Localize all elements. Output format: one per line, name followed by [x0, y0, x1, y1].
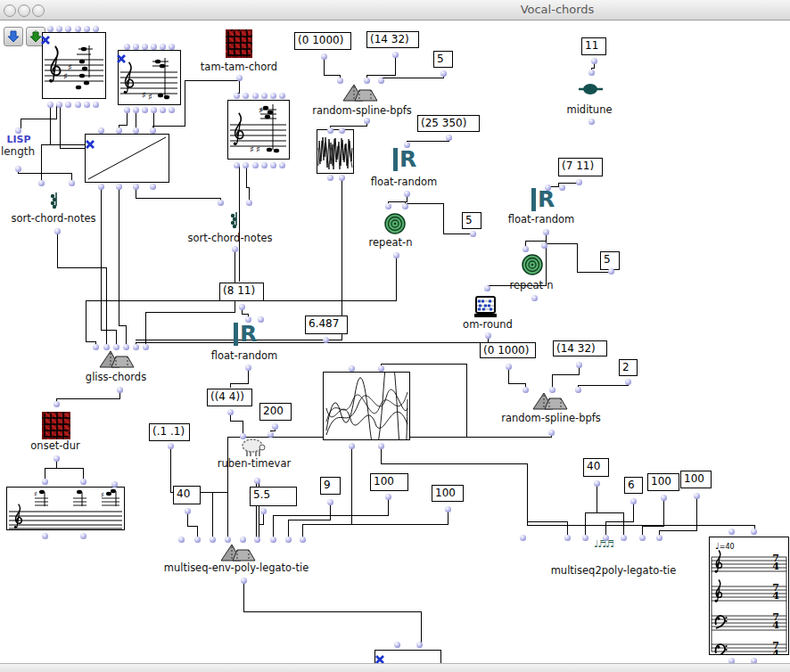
outlet-dot[interactable] — [239, 304, 245, 310]
inlet-dot[interactable] — [42, 479, 48, 485]
inlet-dot[interactable] — [75, 26, 81, 32]
inlet-dot[interactable] — [56, 26, 62, 32]
float-random-icon[interactable]: R — [234, 323, 257, 346]
outlet-dot[interactable] — [150, 184, 156, 190]
inlet-dot[interactable] — [194, 537, 201, 543]
inlet-dot[interactable] — [270, 537, 276, 543]
float-random-icon[interactable]: R — [531, 188, 555, 211]
outlet-dot[interactable] — [236, 75, 243, 81]
outlet-dot[interactable] — [327, 499, 333, 505]
value-box[interactable]: (25 350) — [417, 115, 480, 132]
inlet-dot[interactable] — [143, 344, 149, 350]
inlet-dot[interactable] — [252, 93, 259, 99]
chord-box-b[interactable]: ♯ ♯ — [118, 50, 181, 105]
inlet-dot[interactable] — [656, 535, 662, 541]
outlet-dot[interactable] — [160, 107, 166, 113]
random-spline-bpfs-icon[interactable] — [342, 82, 381, 106]
inlet-dot[interactable] — [84, 26, 90, 32]
outlet-dot[interactable] — [261, 162, 267, 168]
random-spline-bpfs-icon[interactable] — [531, 389, 572, 414]
inlet-dot[interactable] — [545, 184, 551, 191]
patch-cord[interactable] — [508, 367, 525, 388]
value-box[interactable]: (0 1000) — [480, 342, 536, 358]
outlet-dot[interactable] — [270, 162, 276, 168]
inlet-dot[interactable] — [549, 387, 555, 393]
outlet-dot[interactable] — [98, 184, 104, 190]
inlet-dot[interactable] — [234, 93, 240, 99]
inlet-dot[interactable] — [728, 529, 735, 535]
outlet-dot[interactable] — [241, 578, 247, 584]
outlet-dot[interactable] — [169, 107, 175, 113]
blue-x-icon[interactable] — [375, 651, 384, 660]
inlet-dot[interactable] — [116, 127, 122, 134]
outlet-dot[interactable] — [625, 379, 631, 385]
outlet-dot[interactable] — [694, 493, 700, 499]
inlet-dot[interactable] — [327, 127, 333, 134]
outlet-dot[interactable] — [404, 191, 410, 197]
inlet-dot[interactable] — [404, 142, 410, 148]
value-box[interactable]: ((4 4)) — [207, 389, 252, 406]
inlet-dot[interactable] — [38, 180, 45, 186]
outlet-dot[interactable] — [272, 423, 278, 430]
value-box[interactable]: 9 — [320, 477, 341, 495]
inlet-dot[interactable] — [394, 642, 400, 648]
inlet-dot[interactable] — [588, 70, 595, 76]
bpf-box-large[interactable] — [323, 372, 410, 440]
outlet-dot[interactable] — [543, 229, 549, 235]
inlet-dot[interactable] — [582, 535, 588, 541]
inlet-dot[interactable] — [178, 537, 185, 543]
inlet-dot[interactable] — [254, 537, 260, 543]
inlet-dot[interactable] — [285, 537, 292, 543]
patch-cord[interactable] — [578, 382, 628, 388]
blue-x-icon[interactable] — [86, 135, 95, 144]
outlet-dot[interactable] — [252, 162, 259, 168]
outlet-dot[interactable] — [594, 480, 600, 487]
inlet-dot[interactable] — [246, 200, 252, 206]
outlet-dot[interactable] — [470, 231, 476, 237]
patch-cord[interactable] — [187, 512, 197, 537]
value-box[interactable]: 6 — [624, 477, 643, 494]
outlet-dot[interactable] — [53, 455, 60, 462]
outlet-dot[interactable] — [84, 102, 90, 108]
patch-cord[interactable] — [18, 169, 71, 181]
inlet-dot[interactable] — [245, 316, 251, 323]
gliss-chords-icon[interactable] — [98, 348, 138, 373]
outlet-dot[interactable] — [133, 184, 139, 190]
outlet-dot[interactable] — [349, 443, 355, 449]
value-box[interactable]: (.1 .1) — [149, 423, 190, 441]
inlet-dot[interactable] — [69, 180, 75, 186]
inlet-dot[interactable] — [416, 642, 423, 648]
inlet-dot[interactable] — [364, 78, 370, 84]
inlet-dot[interactable] — [243, 93, 249, 99]
outlet-dot[interactable] — [321, 53, 327, 60]
value-box[interactable]: 100 — [647, 473, 679, 491]
inlet-dot[interactable] — [564, 535, 571, 541]
inlet-dot[interactable] — [378, 365, 384, 372]
import-button[interactable] — [4, 27, 23, 46]
inlet-dot[interactable] — [160, 44, 166, 50]
inlet-dot[interactable] — [80, 479, 86, 485]
patch-cord[interactable] — [527, 525, 754, 529]
outlet-dot[interactable] — [485, 332, 491, 339]
sort-chord-notes-icon[interactable] — [48, 191, 60, 215]
patch-cord[interactable] — [659, 496, 696, 536]
patch-cord[interactable] — [119, 111, 127, 128]
value-box[interactable]: 6.487 — [305, 316, 348, 334]
inlet-dot[interactable] — [15, 127, 21, 134]
patch-cord[interactable] — [302, 510, 448, 537]
inlet-dot[interactable] — [270, 93, 276, 99]
patch-cord[interactable] — [41, 104, 50, 181]
patch-cord[interactable] — [259, 512, 263, 524]
outlet-dot[interactable] — [260, 508, 267, 514]
patch-cord[interactable] — [119, 187, 126, 345]
value-box[interactable]: 100 — [370, 473, 408, 491]
inlet-dot[interactable] — [133, 344, 139, 350]
outlet-dot[interactable] — [506, 364, 512, 370]
outlet-dot[interactable] — [327, 175, 333, 181]
value-box[interactable]: 5 — [433, 51, 453, 68]
patch-cord[interactable] — [136, 187, 220, 201]
outlet-dot[interactable] — [378, 443, 384, 449]
patch-cord[interactable] — [45, 459, 56, 479]
patch-cord[interactable] — [366, 55, 395, 78]
inlet-dot[interactable] — [339, 127, 345, 134]
